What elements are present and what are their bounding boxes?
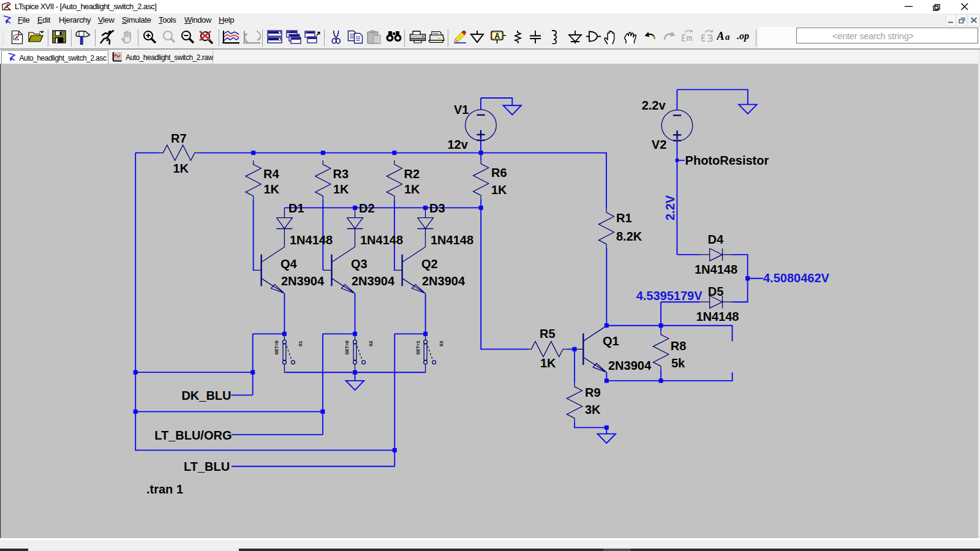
svg-text:1K: 1K [264, 182, 280, 196]
svg-text:R6: R6 [491, 166, 507, 179]
svg-text:1K: 1K [404, 182, 420, 196]
svg-text:.tran 1: .tran 1 [146, 482, 183, 496]
svg-text:4.5395179V: 4.5395179V [636, 289, 703, 302]
svg-text:V2: V2 [652, 138, 666, 151]
svg-text:.op: .op [737, 31, 749, 42]
svg-text:R9: R9 [585, 386, 601, 399]
svg-text:8.2K: 8.2K [616, 230, 643, 243]
svg-text:Q2: Q2 [421, 257, 438, 271]
svg-text:2N3904: 2N3904 [281, 274, 325, 288]
svg-text:D2: D2 [359, 201, 375, 215]
svg-text:1K: 1K [540, 356, 556, 370]
svg-text:SET=1: SET=1 [415, 340, 421, 354]
svg-text:V1: V1 [454, 103, 469, 116]
svg-text:PhotoResistor: PhotoResistor [685, 154, 769, 167]
svg-text:R7: R7 [171, 132, 187, 145]
svg-text:SET=0: SET=0 [345, 340, 350, 354]
svg-text:1K: 1K [491, 183, 507, 197]
svg-text:D4: D4 [708, 233, 724, 246]
svg-text:2.2V: 2.2V [663, 195, 677, 220]
svg-text:R3: R3 [333, 167, 349, 181]
svg-text:S2: S2 [368, 341, 374, 347]
svg-text:1N4148: 1N4148 [696, 310, 739, 323]
svg-text:R2: R2 [404, 167, 420, 181]
svg-text:LT_BLU/ORG: LT_BLU/ORG [154, 429, 232, 442]
svg-text:Q3: Q3 [351, 257, 368, 271]
svg-text:R4: R4 [263, 167, 279, 181]
svg-text:1N4148: 1N4148 [695, 263, 737, 276]
svg-text:SET=0: SET=0 [274, 340, 279, 354]
svg-text:2N3904: 2N3904 [422, 274, 466, 288]
svg-text:R8: R8 [671, 339, 687, 353]
svg-text:1N4148: 1N4148 [431, 233, 473, 247]
svg-text:Q4: Q4 [281, 257, 298, 271]
svg-text:R1: R1 [616, 211, 632, 225]
svg-text:1K: 1K [173, 162, 189, 175]
svg-text:12v: 12v [448, 138, 469, 151]
svg-text:1N4148: 1N4148 [360, 233, 403, 247]
svg-text:DK_BLU: DK_BLU [181, 389, 231, 402]
svg-text:A: A [495, 32, 500, 40]
svg-text:4.5080462V: 4.5080462V [763, 271, 830, 285]
svg-text:D1: D1 [288, 201, 304, 215]
svg-text:1K: 1K [333, 182, 349, 196]
svg-text:2.2v: 2.2v [642, 99, 666, 112]
svg-text:1N4148: 1N4148 [290, 233, 333, 247]
svg-text:R5: R5 [540, 327, 556, 340]
svg-text:LT_BLU: LT_BLU [184, 460, 230, 473]
svg-text:2N3904: 2N3904 [608, 359, 652, 372]
svg-text:Q1: Q1 [603, 334, 619, 348]
svg-text:2N3904: 2N3904 [352, 274, 395, 288]
svg-text:D5: D5 [708, 285, 724, 298]
svg-text:A: A [717, 30, 725, 42]
svg-text:5k: 5k [671, 356, 685, 370]
svg-text:D3: D3 [429, 201, 445, 215]
svg-text:a: a [725, 32, 730, 42]
svg-text:S3: S3 [439, 341, 444, 347]
svg-text:S1: S1 [298, 340, 303, 347]
svg-text:3K: 3K [585, 403, 601, 416]
